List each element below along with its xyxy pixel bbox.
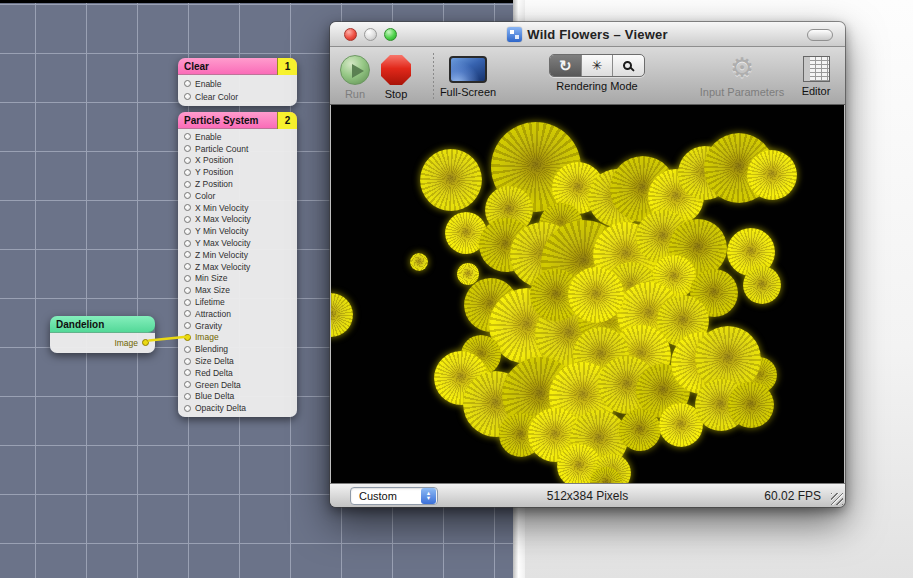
- toolbar-toggle-pill[interactable]: [807, 29, 833, 41]
- input-port-y-min-velocity[interactable]: [184, 228, 191, 235]
- port-row: Enable: [178, 131, 297, 143]
- port-row: Max Size: [178, 284, 297, 296]
- input-port-enable[interactable]: [184, 133, 191, 140]
- table-icon: [803, 56, 830, 82]
- input-port-green-delta[interactable]: [184, 381, 191, 388]
- input-port-size-delta[interactable]: [184, 358, 191, 365]
- port-label: X Position: [195, 155, 233, 165]
- input-port-x-min-velocity[interactable]: [184, 204, 191, 211]
- dandelion-flower: [743, 266, 781, 304]
- port-label: Particle Count: [195, 144, 248, 154]
- editor-label: Editor: [792, 85, 840, 97]
- port-row: Color: [178, 190, 297, 202]
- patch-dandelion-header[interactable]: Dandelion: [50, 316, 155, 333]
- segment-refresh[interactable]: ↻: [550, 55, 582, 76]
- port-label: Color: [195, 191, 215, 201]
- editor-button[interactable]: Editor: [792, 56, 840, 97]
- input-port-blending[interactable]: [184, 346, 191, 353]
- input-parameters-button[interactable]: ⚙ Input Parameters: [682, 53, 802, 98]
- port-label: Blue Delta: [195, 391, 234, 401]
- run-button[interactable]: Run: [336, 55, 374, 100]
- port-label: Lifetime: [195, 297, 225, 307]
- resize-grip[interactable]: [831, 493, 843, 505]
- segment-sprite[interactable]: ✳: [582, 55, 614, 76]
- port-label: Blending: [195, 344, 228, 354]
- render-canvas: [331, 105, 844, 483]
- dandelion-flower: [420, 149, 482, 211]
- sprite-icon: ✳: [592, 59, 603, 72]
- toolbar: Run Stop Full-Screen ↻ ✳: [330, 47, 845, 105]
- input-port-lifetime[interactable]: [184, 299, 191, 306]
- fps-label: 60.02 FPS: [764, 489, 821, 503]
- input-port-particle-count[interactable]: [184, 145, 191, 152]
- input-port-gravity[interactable]: [184, 322, 191, 329]
- connection-wire[interactable]: [146, 331, 192, 345]
- display-icon: [449, 56, 487, 83]
- port-label: Opacity Delta: [195, 403, 246, 413]
- input-port-color[interactable]: [184, 192, 191, 199]
- patch-dandelion[interactable]: Dandelion Image: [50, 316, 155, 353]
- port-label: Y Max Velocity: [195, 238, 251, 248]
- full-screen-button[interactable]: Full-Screen: [438, 56, 498, 98]
- port-row: Y Min Velocity: [178, 225, 297, 237]
- patch-particle-system-title: Particle System: [184, 115, 259, 126]
- input-port-y-position[interactable]: [184, 169, 191, 176]
- input-port-z-min-velocity[interactable]: [184, 251, 191, 258]
- patch-particle-system[interactable]: Particle System 2 EnableParticle CountX …: [178, 112, 297, 417]
- input-port-opacity-delta[interactable]: [184, 405, 191, 412]
- port-row: Z Max Velocity: [178, 261, 297, 273]
- input-port-z-max-velocity[interactable]: [184, 263, 191, 270]
- input-port-max-size[interactable]: [184, 287, 191, 294]
- port-row: Green Delta: [178, 379, 297, 391]
- dandelion-flower: [728, 382, 774, 428]
- input-port-clear-color[interactable]: [184, 93, 191, 100]
- patch-particle-system-layer-badge: 2: [277, 112, 297, 129]
- port-row: Gravity: [178, 320, 297, 332]
- input-port-min-size[interactable]: [184, 275, 191, 282]
- port-row: Z Min Velocity: [178, 249, 297, 261]
- input-port-attraction[interactable]: [184, 310, 191, 317]
- patch-dandelion-title: Dandelion: [56, 319, 104, 330]
- composition-doc-icon: [507, 27, 522, 42]
- patch-particle-system-header[interactable]: Particle System 2: [178, 112, 297, 129]
- input-port-z-position[interactable]: [184, 181, 191, 188]
- segment-magnifier[interactable]: [613, 55, 644, 76]
- port-label: Image: [114, 338, 138, 348]
- port-row: X Min Velocity: [178, 202, 297, 214]
- port-row: Attraction: [178, 308, 297, 320]
- port-row: Clear Color: [178, 90, 297, 103]
- input-port-x-max-velocity[interactable]: [184, 216, 191, 223]
- port-label: X Min Velocity: [195, 203, 248, 213]
- port-label: Z Min Velocity: [195, 250, 248, 260]
- port-label: Z Max Velocity: [195, 262, 250, 272]
- port-row: Opacity Delta: [178, 402, 297, 414]
- input-port-red-delta[interactable]: [184, 369, 191, 376]
- port-row: Blending: [178, 343, 297, 355]
- port-row: Image: [50, 335, 155, 350]
- port-label: Attraction: [195, 309, 231, 319]
- port-label: Max Size: [195, 285, 230, 295]
- port-label: Min Size: [195, 273, 228, 283]
- input-port-y-max-velocity[interactable]: [184, 240, 191, 247]
- port-label: Z Position: [195, 179, 233, 189]
- patch-clear[interactable]: Clear 1 EnableClear Color: [178, 58, 297, 106]
- dandelion-flower: [747, 150, 797, 200]
- input-port-x-position[interactable]: [184, 157, 191, 164]
- port-row: Y Position: [178, 166, 297, 178]
- rendering-mode-label: Rendering Mode: [542, 80, 652, 92]
- port-label: Size Delta: [195, 356, 234, 366]
- titlebar[interactable]: Wild Flowers – Viewer: [330, 22, 845, 47]
- input-port-blue-delta[interactable]: [184, 393, 191, 400]
- patch-dandelion-ports: Image: [50, 333, 155, 353]
- input-port-enable[interactable]: [184, 80, 191, 87]
- full-screen-label: Full-Screen: [438, 86, 498, 98]
- stop-label: Stop: [376, 88, 416, 100]
- port-row: Y Max Velocity: [178, 237, 297, 249]
- stop-octagon-icon: [381, 55, 411, 85]
- refresh-icon: ↻: [559, 58, 572, 73]
- patch-clear-header[interactable]: Clear 1: [178, 58, 297, 75]
- port-row: X Max Velocity: [178, 214, 297, 226]
- dandelion-flower: [410, 253, 428, 271]
- stop-button[interactable]: Stop: [376, 55, 416, 100]
- window-title: Wild Flowers – Viewer: [527, 27, 667, 42]
